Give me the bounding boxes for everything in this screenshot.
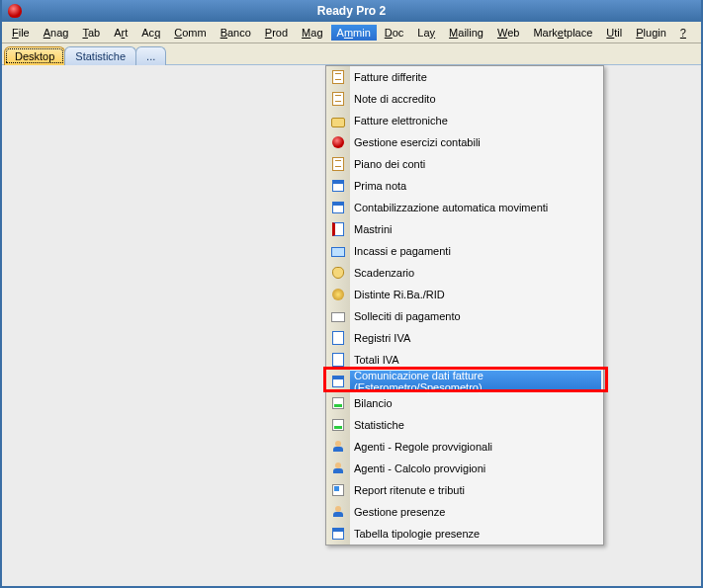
tab-...[interactable]: ... bbox=[135, 46, 166, 65]
menu-item-16[interactable]: Statistiche bbox=[326, 414, 603, 436]
menu-item-10[interactable]: Distinte Ri.Ba./RID bbox=[326, 284, 603, 305]
menu-?[interactable]: ? bbox=[674, 25, 692, 41]
page-icon bbox=[330, 352, 346, 368]
menubar: FileAnagTabArtAcqCommBancoProdMagAmminDo… bbox=[2, 22, 701, 43]
menu-file[interactable]: File bbox=[6, 25, 36, 41]
menu-item-17[interactable]: Agenti - Regole provvigionali bbox=[326, 436, 603, 458]
chart-icon bbox=[330, 395, 346, 411]
tab-statistiche[interactable]: Statistiche bbox=[64, 46, 136, 65]
menu-marketplace[interactable]: Marketplace bbox=[527, 25, 598, 41]
menu-item-11[interactable]: Solleciti di pagamento bbox=[326, 305, 603, 327]
menu-prod[interactable]: Prod bbox=[259, 25, 294, 41]
page-icon bbox=[330, 330, 346, 346]
menu-item-label: Fatture differite bbox=[354, 71, 427, 83]
menu-anag[interactable]: Anag bbox=[38, 25, 75, 41]
menu-item-1[interactable]: Note di accredito bbox=[326, 88, 603, 110]
menu-mag[interactable]: Mag bbox=[296, 25, 328, 41]
tabbar: DesktopStatistiche... bbox=[2, 43, 701, 65]
menu-item-label: Contabilizzazione automatica movimenti bbox=[354, 202, 548, 213]
bag-icon bbox=[330, 265, 346, 281]
user-icon bbox=[330, 461, 346, 476]
menu-item-label: Mastrini bbox=[354, 223, 393, 235]
grid-icon bbox=[330, 374, 346, 389]
menu-doc[interactable]: Doc bbox=[379, 25, 410, 41]
menu-item-20[interactable]: Gestione presenze bbox=[326, 501, 603, 523]
menu-item-label: Prima nota bbox=[354, 180, 406, 192]
folder-icon bbox=[330, 113, 346, 128]
menu-item-label: Scadenzario bbox=[354, 267, 414, 279]
mail-icon bbox=[330, 308, 346, 324]
card-icon bbox=[330, 243, 346, 259]
menu-item-5[interactable]: Prima nota bbox=[326, 175, 603, 197]
doc-icon bbox=[330, 69, 346, 85]
coin-icon bbox=[330, 287, 346, 302]
user-icon bbox=[330, 504, 346, 520]
app-icon bbox=[8, 4, 22, 18]
menu-item-label: Fatture elettroniche bbox=[354, 115, 448, 126]
doc-icon bbox=[330, 91, 346, 107]
menu-item-label: Distinte Ri.Ba./RID bbox=[354, 289, 445, 300]
app-title: Ready Pro 2 bbox=[317, 4, 386, 18]
menu-banco[interactable]: Banco bbox=[215, 25, 257, 41]
menu-acq[interactable]: Acq bbox=[135, 25, 166, 41]
menu-item-label: Totali IVA bbox=[354, 354, 399, 366]
menu-item-15[interactable]: Bilancio bbox=[326, 392, 603, 414]
book-icon bbox=[330, 221, 346, 237]
menu-art[interactable]: Art bbox=[108, 25, 133, 41]
menu-item-9[interactable]: Scadenzario bbox=[326, 262, 603, 284]
user-icon bbox=[330, 439, 346, 455]
content-area: Fatture differiteNote di accreditoFattur… bbox=[2, 65, 701, 586]
menu-util[interactable]: Util bbox=[600, 25, 628, 41]
tab-desktop[interactable]: Desktop bbox=[4, 46, 65, 65]
menu-item-label: Gestione presenze bbox=[354, 506, 445, 518]
menu-item-label: Registri IVA bbox=[354, 332, 410, 344]
menu-item-label: Report ritenute e tributi bbox=[354, 484, 465, 496]
menu-item-label: Agenti - Regole provvigionali bbox=[354, 441, 492, 453]
menu-item-label: Solleciti di pagamento bbox=[354, 310, 461, 322]
menu-item-19[interactable]: Report ritenute e tributi bbox=[326, 479, 603, 501]
menu-tab[interactable]: Tab bbox=[76, 25, 106, 41]
chart-icon bbox=[330, 417, 346, 433]
grid-icon bbox=[330, 200, 346, 215]
menu-item-14[interactable]: Comunicazione dati fatture (Esterometro/… bbox=[350, 371, 601, 392]
menu-item-label: Bilancio bbox=[354, 397, 393, 409]
menu-item-label: Comunicazione dati fatture (Esterometro/… bbox=[354, 370, 601, 393]
menu-item-label: Piano dei conti bbox=[354, 158, 425, 170]
menu-item-3[interactable]: Gestione esercizi contabili bbox=[326, 131, 603, 153]
menu-item-label: Tabella tipologie presenze bbox=[354, 528, 480, 540]
grid-icon bbox=[330, 526, 346, 542]
menu-item-0[interactable]: Fatture differite bbox=[326, 66, 603, 88]
menu-comm[interactable]: Comm bbox=[168, 25, 212, 41]
menu-item-label: Incassi e pagamenti bbox=[354, 245, 451, 257]
menu-item-7[interactable]: Mastrini bbox=[326, 218, 603, 240]
grid-icon bbox=[330, 178, 346, 194]
menu-item-label: Agenti - Calcolo provvigioni bbox=[354, 462, 485, 474]
menu-item-13[interactable]: Totali IVA bbox=[326, 349, 603, 371]
menu-item-6[interactable]: Contabilizzazione automatica movimenti bbox=[326, 197, 603, 218]
blocks-icon bbox=[330, 482, 346, 498]
menu-item-label: Statistiche bbox=[354, 419, 404, 431]
menu-item-label: Gestione esercizi contabili bbox=[354, 136, 481, 148]
menu-ammin[interactable]: Ammin bbox=[331, 25, 377, 41]
menu-mailing[interactable]: Mailing bbox=[443, 25, 489, 41]
menu-item-8[interactable]: Incassi e pagamenti bbox=[326, 240, 603, 262]
menu-item-18[interactable]: Agenti - Calcolo provvigioni bbox=[326, 458, 603, 479]
menu-plugin[interactable]: Plugin bbox=[630, 25, 672, 41]
menu-lay[interactable]: Lay bbox=[411, 25, 441, 41]
menu-web[interactable]: Web bbox=[491, 25, 525, 41]
menu-item-4[interactable]: Piano dei conti bbox=[326, 153, 603, 175]
doc-icon bbox=[330, 156, 346, 172]
ammin-dropdown: Fatture differiteNote di accreditoFattur… bbox=[325, 65, 604, 546]
menu-item-12[interactable]: Registri IVA bbox=[326, 327, 603, 349]
menu-item-21[interactable]: Tabella tipologie presenze bbox=[326, 523, 603, 545]
menu-item-2[interactable]: Fatture elettroniche bbox=[326, 110, 603, 131]
menu-item-label: Note di accredito bbox=[354, 93, 436, 105]
berry-icon bbox=[330, 134, 346, 150]
titlebar: Ready Pro 2 bbox=[2, 0, 701, 22]
